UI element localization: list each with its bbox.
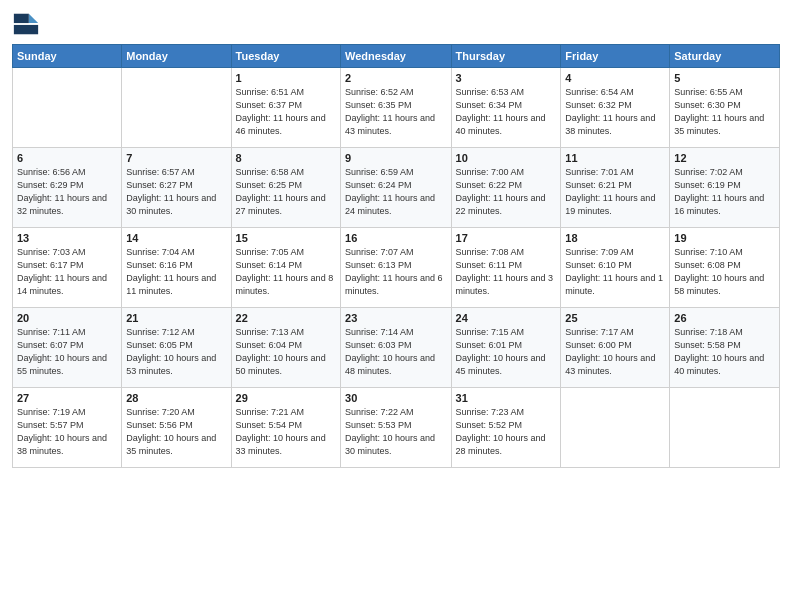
week-row-1: 1Sunrise: 6:51 AM Sunset: 6:37 PM Daylig…	[13, 68, 780, 148]
calendar-cell: 26Sunrise: 7:18 AM Sunset: 5:58 PM Dayli…	[670, 308, 780, 388]
day-number: 1	[236, 72, 336, 84]
day-number: 18	[565, 232, 665, 244]
day-info: Sunrise: 7:11 AM Sunset: 6:07 PM Dayligh…	[17, 326, 117, 378]
day-info: Sunrise: 6:51 AM Sunset: 6:37 PM Dayligh…	[236, 86, 336, 138]
calendar-cell: 6Sunrise: 6:56 AM Sunset: 6:29 PM Daylig…	[13, 148, 122, 228]
calendar-cell: 25Sunrise: 7:17 AM Sunset: 6:00 PM Dayli…	[561, 308, 670, 388]
calendar-cell: 17Sunrise: 7:08 AM Sunset: 6:11 PM Dayli…	[451, 228, 561, 308]
day-info: Sunrise: 7:02 AM Sunset: 6:19 PM Dayligh…	[674, 166, 775, 218]
calendar: SundayMondayTuesdayWednesdayThursdayFrid…	[12, 44, 780, 468]
day-number: 26	[674, 312, 775, 324]
weekday-header-tuesday: Tuesday	[231, 45, 340, 68]
calendar-cell: 23Sunrise: 7:14 AM Sunset: 6:03 PM Dayli…	[341, 308, 451, 388]
day-number: 5	[674, 72, 775, 84]
calendar-cell: 28Sunrise: 7:20 AM Sunset: 5:56 PM Dayli…	[122, 388, 231, 468]
day-info: Sunrise: 6:58 AM Sunset: 6:25 PM Dayligh…	[236, 166, 336, 218]
day-number: 24	[456, 312, 557, 324]
calendar-cell: 30Sunrise: 7:22 AM Sunset: 5:53 PM Dayli…	[341, 388, 451, 468]
day-number: 11	[565, 152, 665, 164]
day-info: Sunrise: 7:01 AM Sunset: 6:21 PM Dayligh…	[565, 166, 665, 218]
calendar-cell	[122, 68, 231, 148]
day-number: 13	[17, 232, 117, 244]
weekday-header-sunday: Sunday	[13, 45, 122, 68]
day-info: Sunrise: 6:56 AM Sunset: 6:29 PM Dayligh…	[17, 166, 117, 218]
calendar-cell: 11Sunrise: 7:01 AM Sunset: 6:21 PM Dayli…	[561, 148, 670, 228]
calendar-cell: 1Sunrise: 6:51 AM Sunset: 6:37 PM Daylig…	[231, 68, 340, 148]
calendar-cell: 9Sunrise: 6:59 AM Sunset: 6:24 PM Daylig…	[341, 148, 451, 228]
week-row-5: 27Sunrise: 7:19 AM Sunset: 5:57 PM Dayli…	[13, 388, 780, 468]
day-info: Sunrise: 7:12 AM Sunset: 6:05 PM Dayligh…	[126, 326, 226, 378]
calendar-cell: 31Sunrise: 7:23 AM Sunset: 5:52 PM Dayli…	[451, 388, 561, 468]
day-number: 10	[456, 152, 557, 164]
calendar-cell: 22Sunrise: 7:13 AM Sunset: 6:04 PM Dayli…	[231, 308, 340, 388]
calendar-cell: 18Sunrise: 7:09 AM Sunset: 6:10 PM Dayli…	[561, 228, 670, 308]
day-info: Sunrise: 6:54 AM Sunset: 6:32 PM Dayligh…	[565, 86, 665, 138]
day-number: 31	[456, 392, 557, 404]
day-number: 23	[345, 312, 446, 324]
day-number: 14	[126, 232, 226, 244]
calendar-cell: 27Sunrise: 7:19 AM Sunset: 5:57 PM Dayli…	[13, 388, 122, 468]
day-info: Sunrise: 6:57 AM Sunset: 6:27 PM Dayligh…	[126, 166, 226, 218]
day-info: Sunrise: 6:52 AM Sunset: 6:35 PM Dayligh…	[345, 86, 446, 138]
day-number: 3	[456, 72, 557, 84]
weekday-header-row: SundayMondayTuesdayWednesdayThursdayFrid…	[13, 45, 780, 68]
calendar-cell: 21Sunrise: 7:12 AM Sunset: 6:05 PM Dayli…	[122, 308, 231, 388]
weekday-header-friday: Friday	[561, 45, 670, 68]
day-info: Sunrise: 7:22 AM Sunset: 5:53 PM Dayligh…	[345, 406, 446, 458]
day-info: Sunrise: 7:14 AM Sunset: 6:03 PM Dayligh…	[345, 326, 446, 378]
day-number: 15	[236, 232, 336, 244]
day-number: 25	[565, 312, 665, 324]
page-container: SundayMondayTuesdayWednesdayThursdayFrid…	[0, 0, 792, 476]
day-info: Sunrise: 7:03 AM Sunset: 6:17 PM Dayligh…	[17, 246, 117, 298]
calendar-cell: 19Sunrise: 7:10 AM Sunset: 6:08 PM Dayli…	[670, 228, 780, 308]
calendar-cell: 10Sunrise: 7:00 AM Sunset: 6:22 PM Dayli…	[451, 148, 561, 228]
calendar-cell	[670, 388, 780, 468]
svg-rect-2	[14, 14, 29, 23]
weekday-header-wednesday: Wednesday	[341, 45, 451, 68]
day-number: 8	[236, 152, 336, 164]
day-number: 6	[17, 152, 117, 164]
day-info: Sunrise: 7:15 AM Sunset: 6:01 PM Dayligh…	[456, 326, 557, 378]
day-info: Sunrise: 7:05 AM Sunset: 6:14 PM Dayligh…	[236, 246, 336, 298]
day-number: 16	[345, 232, 446, 244]
day-number: 2	[345, 72, 446, 84]
day-info: Sunrise: 7:23 AM Sunset: 5:52 PM Dayligh…	[456, 406, 557, 458]
day-info: Sunrise: 7:17 AM Sunset: 6:00 PM Dayligh…	[565, 326, 665, 378]
day-number: 27	[17, 392, 117, 404]
calendar-cell	[561, 388, 670, 468]
day-info: Sunrise: 6:53 AM Sunset: 6:34 PM Dayligh…	[456, 86, 557, 138]
day-number: 28	[126, 392, 226, 404]
calendar-cell: 13Sunrise: 7:03 AM Sunset: 6:17 PM Dayli…	[13, 228, 122, 308]
calendar-cell: 16Sunrise: 7:07 AM Sunset: 6:13 PM Dayli…	[341, 228, 451, 308]
calendar-cell: 14Sunrise: 7:04 AM Sunset: 6:16 PM Dayli…	[122, 228, 231, 308]
day-info: Sunrise: 7:21 AM Sunset: 5:54 PM Dayligh…	[236, 406, 336, 458]
day-info: Sunrise: 7:00 AM Sunset: 6:22 PM Dayligh…	[456, 166, 557, 218]
calendar-cell: 2Sunrise: 6:52 AM Sunset: 6:35 PM Daylig…	[341, 68, 451, 148]
day-info: Sunrise: 7:04 AM Sunset: 6:16 PM Dayligh…	[126, 246, 226, 298]
day-info: Sunrise: 7:18 AM Sunset: 5:58 PM Dayligh…	[674, 326, 775, 378]
logo	[12, 10, 44, 38]
header	[12, 10, 780, 38]
day-info: Sunrise: 7:13 AM Sunset: 6:04 PM Dayligh…	[236, 326, 336, 378]
weekday-header-monday: Monday	[122, 45, 231, 68]
day-number: 7	[126, 152, 226, 164]
calendar-cell: 5Sunrise: 6:55 AM Sunset: 6:30 PM Daylig…	[670, 68, 780, 148]
weekday-header-thursday: Thursday	[451, 45, 561, 68]
day-info: Sunrise: 7:20 AM Sunset: 5:56 PM Dayligh…	[126, 406, 226, 458]
day-info: Sunrise: 7:19 AM Sunset: 5:57 PM Dayligh…	[17, 406, 117, 458]
calendar-cell: 12Sunrise: 7:02 AM Sunset: 6:19 PM Dayli…	[670, 148, 780, 228]
week-row-2: 6Sunrise: 6:56 AM Sunset: 6:29 PM Daylig…	[13, 148, 780, 228]
calendar-cell: 15Sunrise: 7:05 AM Sunset: 6:14 PM Dayli…	[231, 228, 340, 308]
week-row-3: 13Sunrise: 7:03 AM Sunset: 6:17 PM Dayli…	[13, 228, 780, 308]
logo-icon	[12, 10, 40, 38]
day-info: Sunrise: 7:07 AM Sunset: 6:13 PM Dayligh…	[345, 246, 446, 298]
calendar-cell: 29Sunrise: 7:21 AM Sunset: 5:54 PM Dayli…	[231, 388, 340, 468]
day-number: 22	[236, 312, 336, 324]
day-number: 19	[674, 232, 775, 244]
weekday-header-saturday: Saturday	[670, 45, 780, 68]
svg-rect-3	[14, 25, 38, 34]
day-number: 29	[236, 392, 336, 404]
week-row-4: 20Sunrise: 7:11 AM Sunset: 6:07 PM Dayli…	[13, 308, 780, 388]
day-info: Sunrise: 6:55 AM Sunset: 6:30 PM Dayligh…	[674, 86, 775, 138]
calendar-cell: 3Sunrise: 6:53 AM Sunset: 6:34 PM Daylig…	[451, 68, 561, 148]
